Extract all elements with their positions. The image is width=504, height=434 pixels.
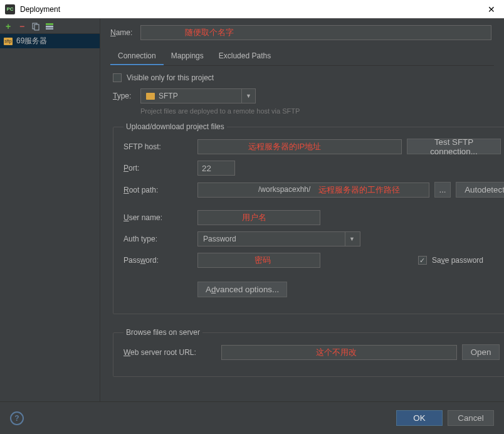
annotation-name: 随便取个名字 (185, 27, 234, 38)
add-icon[interactable]: + (4, 22, 13, 31)
user-name-label: User name: (123, 213, 192, 222)
port-label: Port: (123, 164, 192, 172)
root-path-input[interactable]: /workspacexhh/ 远程服务器的工作路径 (197, 183, 429, 198)
name-input[interactable]: 随便取个名字 (140, 25, 491, 40)
visible-only-label: Visible only for this project (127, 73, 214, 82)
open-button[interactable]: Open (462, 344, 500, 360)
port-input[interactable] (197, 161, 235, 176)
annotation-password: 密码 (255, 255, 271, 266)
sftp-server-icon: sftp (4, 38, 13, 45)
root-path-browse-button[interactable]: ... (434, 182, 451, 198)
tab-mappings[interactable]: Mappings (164, 48, 211, 65)
web-server-url-label: Web server root URL: (123, 348, 216, 357)
sftp-host-input[interactable]: 远程服务器的IP地址 (197, 139, 402, 154)
sidebar: + − sftp 69服务器 (0, 19, 100, 401)
help-icon[interactable]: ? (10, 411, 24, 425)
root-path-value: /workspacexhh/ (258, 185, 310, 194)
svg-rect-1 (34, 24, 39, 30)
titlebar: PC Deployment ✕ (0, 0, 504, 19)
annotation-root: 远程服务器的工作路径 (318, 184, 400, 196)
type-value: SFTP (159, 92, 178, 100)
view-icon[interactable] (45, 22, 54, 31)
tabs: Connection Mappings Excluded Paths (110, 48, 494, 66)
save-password-label: Save password (432, 256, 483, 265)
save-password-checkbox[interactable] (418, 256, 427, 265)
server-name-label: 69服务器 (16, 36, 47, 46)
name-label: Name: (110, 28, 134, 37)
svg-rect-4 (46, 28, 53, 29)
visible-only-checkbox[interactable] (113, 73, 122, 82)
type-label: Type: (113, 92, 134, 100)
upload-download-legend: Upload/download project files (123, 122, 227, 131)
advanced-options-button[interactable]: Advanced options... (197, 282, 287, 297)
remove-icon[interactable]: − (18, 22, 26, 31)
password-label: Password: (123, 256, 192, 265)
tab-connection[interactable]: Connection (110, 48, 164, 65)
auth-type-value: Password (203, 235, 236, 243)
test-connection-button[interactable]: Test SFTP connection... (407, 139, 501, 154)
footer: ? OK Cancel (0, 401, 504, 434)
password-input[interactable]: 密码 (197, 253, 320, 268)
web-server-url-input[interactable]: 这个不用改 (221, 345, 457, 360)
ok-button[interactable]: OK (396, 410, 443, 426)
chevron-down-icon: ▼ (345, 232, 359, 246)
server-list-item[interactable]: sftp 69服务器 (0, 34, 100, 48)
type-hint: Project files are deployed to a remote h… (140, 107, 491, 115)
annotation-user: 用户名 (242, 212, 266, 223)
sidebar-toolbar: + − (0, 19, 100, 34)
browse-files-group: Browse files on server Web server root U… (113, 328, 504, 377)
sftp-type-icon (146, 93, 155, 100)
annotation-url: 这个不用改 (316, 347, 357, 358)
autodetect-button[interactable]: Autodetect (456, 182, 504, 198)
root-path-label: Root path: (123, 186, 192, 194)
type-select[interactable]: SFTP ▼ (140, 88, 256, 103)
auth-type-select[interactable]: Password ▼ (197, 231, 360, 246)
sftp-host-label: SFTP host: (123, 142, 192, 151)
chevron-down-icon: ▼ (241, 89, 255, 103)
auth-type-label: Auth type: (123, 235, 192, 243)
content-panel: Name: 随便取个名字 Connection Mappings Exclude… (100, 19, 504, 401)
user-name-input[interactable]: 用户名 (197, 210, 320, 225)
close-button[interactable]: ✕ (484, 4, 499, 14)
app-icon: PC (5, 4, 15, 14)
tab-excluded-paths[interactable]: Excluded Paths (211, 48, 278, 65)
window-title: Deployment (20, 5, 484, 14)
upload-download-group: Upload/download project files SFTP host:… (113, 122, 504, 314)
cancel-button[interactable]: Cancel (448, 410, 494, 426)
annotation-host: 远程服务器的IP地址 (248, 141, 321, 152)
svg-rect-2 (46, 23, 53, 25)
browse-files-legend: Browse files on server (123, 328, 202, 337)
copy-icon[interactable] (31, 22, 40, 31)
svg-rect-3 (46, 26, 53, 28)
